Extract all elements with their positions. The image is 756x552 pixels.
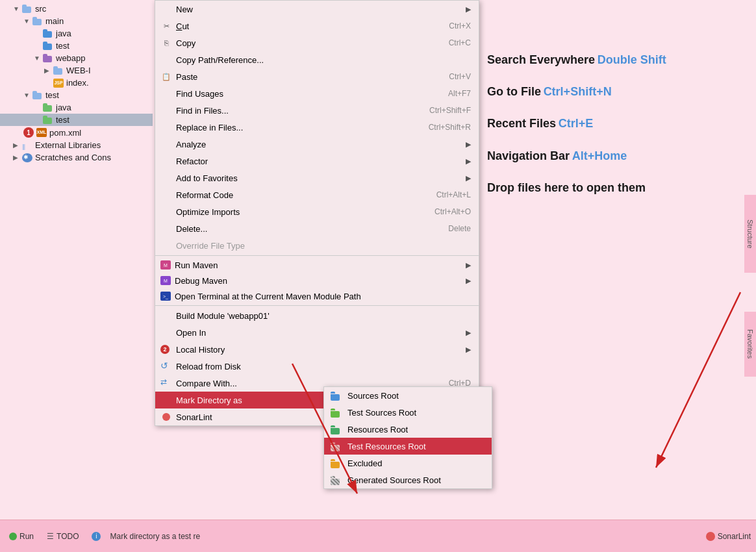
submenu-item-resources[interactable]: Resources Root (324, 421, 492, 438)
menu-item-find-usages[interactable]: Find Usages Alt+F7 (155, 85, 479, 102)
tree-item-java-test[interactable]: ▶ java (0, 101, 153, 114)
menu-icon-sonarlint (160, 411, 172, 423)
folder-icon-test-selected (43, 116, 53, 124)
menu-item-find-files[interactable]: Find in Files... Ctrl+Shift+F (155, 102, 479, 119)
sonar-status-icon (706, 532, 715, 541)
submenu-item-excluded[interactable]: Excluded (324, 455, 492, 471)
info-shortcut-search: Double Shift (598, 53, 666, 66)
spacer: ▶ (34, 30, 42, 38)
menu-icon-refactor (160, 155, 172, 167)
submenu-label-generated-sources: Generated Sources Root (347, 475, 441, 485)
collapse-arrow-webapp: ▼ (34, 55, 42, 62)
run-icon (9, 533, 17, 540)
menu-icon-open-in (160, 327, 172, 338)
menu-item-replace-files[interactable]: Replace in Files... Ctrl+Shift+R (155, 119, 479, 136)
tree-item-web-inf[interactable]: ▶ WEB-I (0, 64, 153, 77)
menu-item-run-maven[interactable]: M Run Maven ▶ (155, 257, 479, 273)
tree-item-webapp[interactable]: ▼ webapp (0, 52, 153, 64)
menu-item-open-in[interactable]: Open In ▶ (155, 324, 479, 341)
info-item-drop-files: Drop files here to open them (487, 180, 747, 196)
submenu-item-sources-root[interactable]: Sources Root (324, 387, 492, 404)
tree-item-pom[interactable]: 1 XML pom.xml (0, 126, 153, 139)
menu-shortcut-find-files: Ctrl+Shift+F (429, 106, 471, 115)
submenu-label-resources: Resources Root (347, 425, 408, 434)
tree-item-main[interactable]: ▼ main (0, 15, 153, 27)
submenu-item-generated-sources[interactable]: Generated Sources Root (324, 471, 492, 488)
menu-item-cut[interactable]: ✂ Cut Ctrl+X (155, 18, 479, 34)
tree-label-test-main: test (56, 41, 69, 51)
menu-label-cut: Cut (176, 21, 436, 31)
badge-1: 1 (23, 127, 34, 138)
menu-item-refactor[interactable]: Refactor ▶ (155, 153, 479, 169)
menu-separator-2 (155, 305, 479, 306)
tree-item-index[interactable]: ▶ JSP index. (0, 77, 153, 89)
submenu-mark-directory: Sources Root Test Sources Root Resources… (323, 386, 492, 489)
menu-icon-debug-maven: M (160, 276, 171, 285)
todo-button[interactable]: ☰ TODO (43, 531, 82, 542)
menu-item-add-favorites[interactable]: Add to Favorites ▶ (155, 169, 479, 186)
tree-item-scratches[interactable]: ▶ Scratches and Cons (0, 151, 153, 164)
sonar-dot (162, 413, 170, 421)
submenu-arrow-run-maven: ▶ (466, 261, 471, 270)
spacer4: ▶ (34, 104, 42, 112)
tree-item-test-main[interactable]: ▶ test (0, 40, 153, 52)
tree-label-java-test: java (56, 103, 71, 112)
tree-label-main: main (45, 16, 64, 26)
menu-icon-reformat (160, 189, 172, 201)
menu-item-optimize[interactable]: Optimize Imports Ctrl+Alt+O (155, 203, 479, 220)
menu-item-open-terminal[interactable]: >_ Open Terminal at the Current Maven Mo… (155, 288, 479, 304)
info-shortcut-recent: Ctrl+E (559, 117, 594, 130)
folder-icon-webinf (53, 66, 64, 75)
submenu-arrow-favorites: ▶ (466, 174, 471, 182)
tree-item-test-selected[interactable]: ▶ test (0, 114, 153, 126)
submenu-arrow-new: ▶ (466, 5, 471, 14)
menu-item-local-history[interactable]: 2 Local History ▶ (155, 341, 479, 358)
menu-icon-mark-directory (160, 394, 172, 406)
info-icon: i (92, 532, 101, 541)
menu-item-paste[interactable]: 📋 Paste Ctrl+V (155, 68, 479, 85)
run-button[interactable]: Run (5, 531, 38, 542)
menu-label-open-in: Open In (176, 328, 466, 338)
menu-icon-local-history: 2 (160, 344, 172, 355)
badge-2: 2 (160, 345, 170, 354)
structure-side-label[interactable]: Structure (744, 195, 756, 273)
info-label-recent: Recent Files (487, 117, 556, 130)
menu-item-build-module[interactable]: Build Module 'webapp01' (155, 307, 479, 324)
menu-label-refactor: Refactor (176, 157, 466, 166)
tree-label-pom: pom.xml (49, 128, 81, 138)
menu-item-override-type: Override File Type (155, 237, 479, 254)
menu-shortcut-replace-files: Ctrl+Shift+R (429, 123, 471, 132)
menu-item-copy-path[interactable]: Copy Path/Reference... (155, 51, 479, 68)
ext-lib-icon (22, 141, 32, 150)
menu-item-copy[interactable]: ⎘ Copy Ctrl+C (155, 34, 479, 51)
menu-item-reformat[interactable]: Reformat Code Ctrl+Alt+L (155, 186, 479, 203)
collapse-arrow-main: ▼ (23, 18, 31, 25)
tree-item-java[interactable]: ▶ java (0, 27, 153, 40)
tree-item-test-root[interactable]: ▼ test (0, 89, 153, 101)
menu-item-reload-disk[interactable]: ↺ Reload from Disk (155, 358, 479, 375)
menu-icon-copy: ⎘ (160, 37, 172, 49)
submenu-item-test-sources[interactable]: Test Sources Root (324, 404, 492, 421)
submenu-arrow-open-in: ▶ (466, 329, 471, 337)
menu-item-delete[interactable]: Delete... Delete (155, 220, 479, 237)
favorites-side-label[interactable]: Favorites (744, 312, 756, 377)
menu-item-new[interactable]: New ▶ (155, 1, 479, 18)
menu-item-debug-maven[interactable]: M Debug Maven ▶ (155, 273, 479, 288)
submenu-item-test-resources[interactable]: Test Resources Root (324, 438, 492, 455)
menu-label-reformat: Reformat Code (176, 190, 423, 200)
menu-icon-paste: 📋 (160, 71, 172, 82)
tree-label-webapp: webapp (56, 53, 86, 63)
info-label-search: Search Everywhere (487, 53, 595, 66)
menu-item-analyze[interactable]: Analyze ▶ (155, 136, 479, 153)
submenu-icon-sources (331, 390, 342, 401)
tree-item-src[interactable]: ▼ src (0, 3, 153, 15)
sonarlint-status[interactable]: SonarLint (706, 532, 751, 541)
submenu-arrow-local-history: ▶ (466, 345, 471, 354)
info-button[interactable]: i (88, 531, 105, 542)
menu-shortcut-copy: Ctrl+C (449, 38, 471, 47)
menu-shortcut-find-usages: Alt+F7 (448, 89, 471, 98)
tree-item-ext-libs[interactable]: ▶ External Libraries (0, 139, 153, 151)
expand-arrow-ext: ▶ (13, 142, 21, 149)
expand-arrow-scratch: ▶ (13, 154, 21, 162)
menu-icon-replace-files (160, 121, 172, 133)
